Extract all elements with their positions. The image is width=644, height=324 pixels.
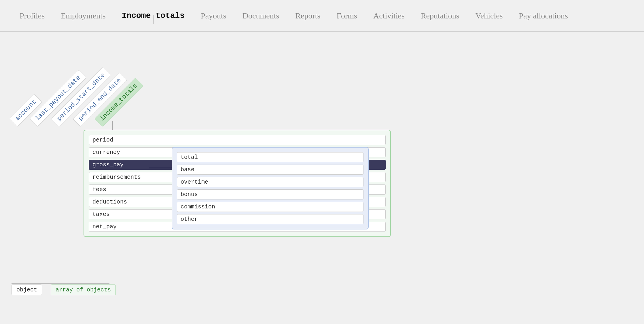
legend: object array of objects bbox=[12, 285, 116, 295]
main-content: account last_payout_date period_start_da… bbox=[0, 32, 644, 324]
nav-item-forms[interactable]: Forms bbox=[328, 11, 365, 20]
legend-divider bbox=[12, 283, 109, 284]
legend-array-of-objects: array of objects bbox=[51, 285, 116, 295]
nav-item-payouts[interactable]: Payouts bbox=[193, 11, 234, 20]
field-bonus[interactable]: bonus bbox=[177, 189, 363, 199]
navigation: Profiles Employments Income totals Payou… bbox=[0, 0, 644, 32]
nav-item-employments[interactable]: Employments bbox=[53, 11, 114, 20]
nav-item-reports[interactable]: Reports bbox=[287, 11, 328, 20]
field-base[interactable]: base bbox=[177, 165, 363, 175]
nav-item-documents[interactable]: Documents bbox=[234, 11, 287, 20]
connector-horizontal bbox=[149, 168, 172, 168]
field-overtime[interactable]: overtime bbox=[177, 177, 363, 187]
field-period[interactable]: period bbox=[89, 135, 386, 145]
nav-item-income-totals[interactable]: Income totals bbox=[114, 11, 193, 20]
blue-box-gross-pay: total base overtime bonus commission oth… bbox=[172, 147, 369, 229]
nav-item-activities[interactable]: Activities bbox=[365, 11, 413, 20]
columns-area: account last_payout_date period_start_da… bbox=[12, 40, 156, 127]
legend-object: object bbox=[12, 285, 42, 295]
field-other[interactable]: other bbox=[177, 214, 363, 224]
field-commission[interactable]: commission bbox=[177, 202, 363, 212]
nav-item-profiles[interactable]: Profiles bbox=[12, 11, 53, 20]
field-total[interactable]: total bbox=[177, 152, 363, 162]
nav-item-reputations[interactable]: Reputations bbox=[413, 11, 467, 20]
nav-item-pay-allocations[interactable]: Pay allocations bbox=[511, 11, 576, 20]
nav-item-vehicles[interactable]: Vehicles bbox=[467, 11, 511, 20]
